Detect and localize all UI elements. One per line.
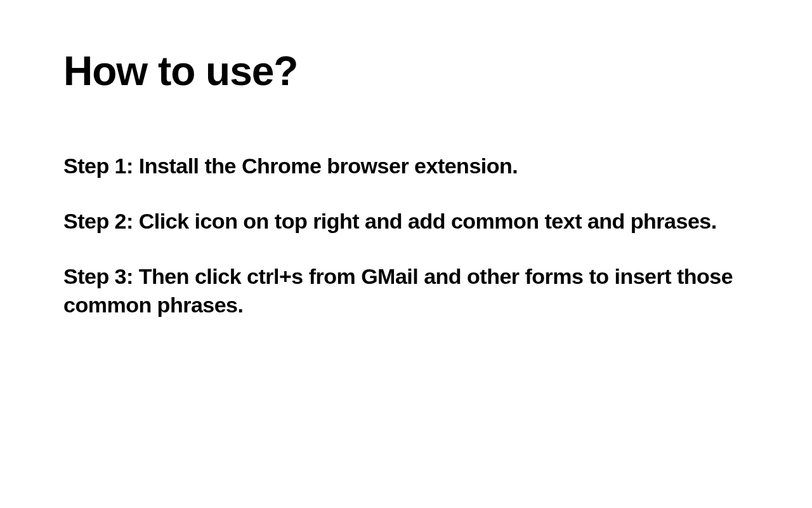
page-title: How to use? [63,48,749,95]
step-3: Step 3: Then click ctrl+s from GMail and… [63,262,736,319]
step-2: Step 2: Click icon on top right and add … [63,207,736,236]
step-1: Step 1: Install the Chrome browser exten… [63,152,736,180]
